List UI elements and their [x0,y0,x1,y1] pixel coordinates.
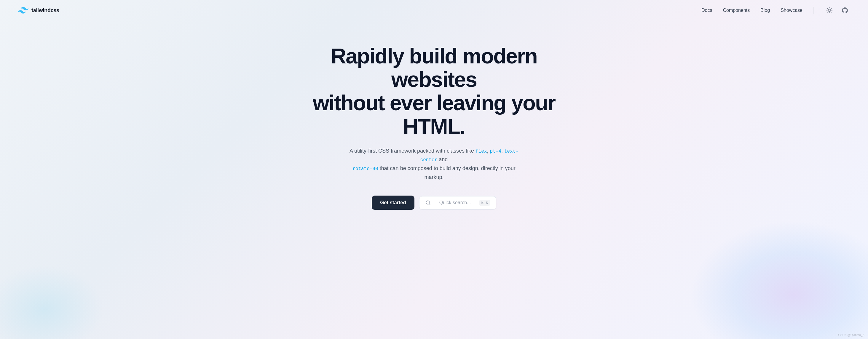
search-icon [425,200,431,205]
search-shortcut-badge: ⌘ K [479,200,490,206]
svg-line-7 [828,12,828,12]
svg-line-10 [429,204,430,205]
sun-icon [827,7,832,13]
nav-icons [824,5,850,16]
hero-headline: Rapidly build modern websites without ev… [301,44,567,138]
logo-link[interactable]: tailwindcss [18,7,59,14]
svg-line-4 [831,12,831,12]
navbar: tailwindcss Docs Components Blog Showcas… [0,0,868,21]
nav-divider [813,7,813,14]
hero-actions: Get started Quick search... ⌘ K [372,195,496,210]
watermark-text: CSDN @Qianmo_B [838,333,864,337]
tailwind-logo-icon [18,7,28,14]
search-box[interactable]: Quick search... ⌘ K [419,196,496,210]
logo-text: tailwindcss [31,7,59,13]
hero-subtext: A utility-first CSS framework packed wit… [345,147,523,182]
code-flex: flex [475,149,487,154]
nav-link-docs[interactable]: Docs [702,8,712,13]
nav-link-components[interactable]: Components [723,8,750,13]
github-icon [842,7,848,13]
svg-point-0 [828,9,831,11]
nav-link-showcase[interactable]: Showcase [780,8,803,13]
code-rotate90: rotate-90 [352,166,378,172]
github-button[interactable] [840,5,850,16]
nav-right: Docs Components Blog Showcase [702,5,850,16]
nav-links: Docs Components Blog Showcase [702,8,803,13]
search-placeholder-text: Quick search... [434,200,477,205]
code-pt4: pt-4 [490,149,501,154]
nav-link-blog[interactable]: Blog [761,8,770,13]
hero-section: Rapidly build modern websites without ev… [0,21,868,227]
get-started-button[interactable]: Get started [372,195,414,210]
theme-toggle-button[interactable] [824,5,835,16]
